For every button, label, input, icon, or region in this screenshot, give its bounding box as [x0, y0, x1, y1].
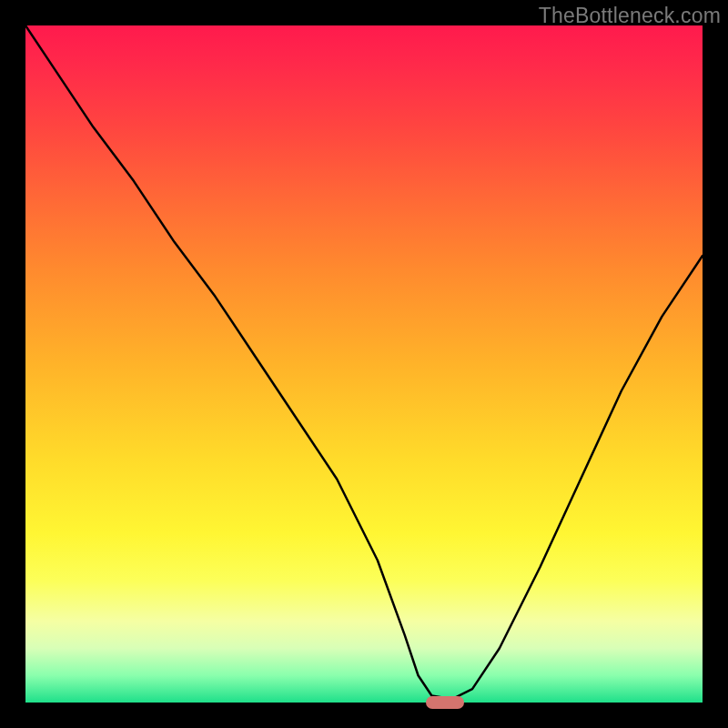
plot-area	[25, 25, 703, 703]
optimal-marker	[426, 696, 464, 709]
watermark-text: TheBottleneck.com	[539, 4, 721, 28]
curve-path	[25, 25, 703, 699]
bottleneck-curve	[25, 25, 703, 703]
chart-frame: TheBottleneck.com	[0, 0, 728, 728]
